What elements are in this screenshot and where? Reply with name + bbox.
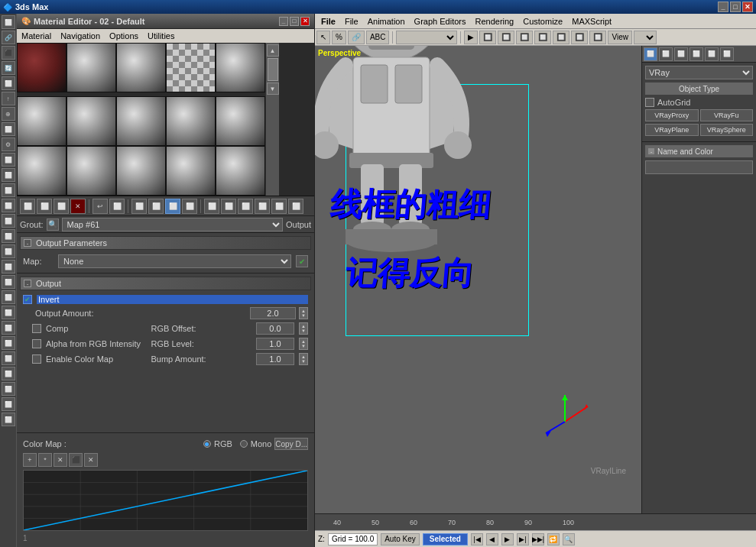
vrayproxy-btn[interactable]: VRayProxy (645, 109, 699, 121)
app-tool-nav6[interactable]: 🔲 (571, 31, 588, 44)
toolbar-btn-18[interactable]: ⬜ (2, 275, 15, 289)
mono-radio[interactable] (240, 440, 248, 448)
mat-tool-put-material[interactable]: ⬜ (37, 199, 52, 214)
toolbar-btn-11[interactable]: ⬜ (2, 168, 15, 182)
toolbar-btn-24[interactable]: ⬜ (2, 367, 15, 380)
copy-button[interactable]: Copy D... (274, 438, 308, 450)
colormap-checkbox[interactable] (32, 354, 41, 364)
preview-sphere-3[interactable] (116, 43, 166, 92)
app-menu-help[interactable]: MAXScript (567, 16, 616, 27)
preview-sphere-13[interactable] (116, 146, 166, 196)
comp-checkbox[interactable] (32, 324, 41, 333)
close-button[interactable]: ✕ (742, 2, 753, 12)
mat-menu-utilities[interactable]: Utilities (143, 31, 179, 41)
mat-tool-active[interactable]: ⬜ (165, 199, 180, 214)
mat-menu-material[interactable]: Material (17, 31, 56, 41)
mat-tool-cylinder[interactable]: ⬜ (148, 199, 164, 214)
mat-tool-redo[interactable]: ⬜ (109, 199, 125, 214)
toolbar-btn-20[interactable]: ⬜ (2, 306, 15, 319)
rgb-level-spinner[interactable]: ▲▼ (299, 338, 308, 350)
preview-scroll-down[interactable]: ▼ (267, 83, 279, 95)
mat-tool-assign[interactable]: ⬜ (54, 199, 69, 214)
nav-step-fwd-btn[interactable]: ▶| (517, 533, 529, 545)
mat-tool-navup[interactable]: ⬜ (271, 199, 287, 214)
app-tool-nav2[interactable]: 🔲 (498, 31, 514, 44)
preview-sphere-10[interactable] (216, 96, 265, 146)
app-menu-file[interactable]: File (316, 16, 340, 27)
toolbar-btn-14[interactable]: ⬜ (2, 214, 15, 228)
alpha-checkbox[interactable] (32, 339, 41, 348)
preview-sphere-2[interactable] (67, 43, 116, 92)
app-tool-abc[interactable]: ABC (366, 31, 390, 44)
cm-btn-x[interactable]: ✕ (84, 453, 98, 467)
rgb-offset-value[interactable]: 0.0 (256, 322, 294, 335)
nav-search-btn[interactable]: 🔍 (563, 533, 575, 545)
vray-dropdown[interactable]: VRay (645, 66, 753, 79)
object-name-input[interactable] (645, 160, 753, 174)
rgb-radio[interactable] (203, 440, 211, 448)
output-amount-spinner[interactable]: ▲▼ (299, 307, 308, 319)
toolbar-btn-17[interactable]: ⬜ (2, 260, 15, 274)
name-color-collapse[interactable]: - (648, 148, 654, 154)
preview-sphere-12[interactable] (67, 146, 116, 196)
mat-tool-delete[interactable]: ✕ (70, 199, 86, 214)
preview-sphere-6[interactable] (17, 96, 67, 146)
nav-step-back-btn[interactable]: ◀ (486, 533, 498, 545)
app-tool-nav3[interactable]: 🔲 (516, 31, 533, 44)
preview-sphere-5[interactable] (216, 43, 265, 92)
cm-btn-delete[interactable]: ✕ (54, 453, 67, 467)
preview-sphere-1[interactable] (17, 43, 67, 92)
toolbar-btn-22[interactable]: ⬜ (2, 336, 15, 350)
mat-tool-navforward[interactable]: ⬜ (288, 199, 303, 214)
preview-scrollbar-thumb[interactable] (268, 58, 278, 81)
preview-sphere-9[interactable] (166, 96, 216, 146)
grout-icon[interactable]: 🔍 (47, 218, 59, 231)
toolbar-btn-9[interactable]: ⚙ (2, 138, 15, 151)
toolbar-btn-15[interactable]: ⬜ (2, 229, 15, 243)
toolbar-btn-26[interactable]: ⬜ (2, 397, 15, 411)
app-tool-link[interactable]: 🔗 (348, 31, 365, 44)
mat-tool-options[interactable]: ⬜ (238, 199, 253, 214)
toolbar-btn-27[interactable]: ⬜ (2, 413, 15, 426)
scene-area[interactable]: Perspective (315, 46, 641, 513)
app-menu-animation[interactable]: File (340, 16, 363, 27)
toolbar-btn-19[interactable]: ⬜ (2, 290, 15, 304)
toolbar-btn-23[interactable]: ⬜ (2, 351, 15, 365)
toolbar-btn-10[interactable]: ⬜ (2, 153, 15, 167)
view-select[interactable] (634, 31, 657, 44)
cm-btn-asterisk[interactable]: * (38, 453, 52, 467)
output-collapse-btn[interactable]: - (24, 280, 31, 287)
toolbar-btn-4[interactable]: 🔄 (2, 61, 15, 75)
output-amount-value[interactable]: 2.0 (250, 307, 296, 319)
nav-prev-btn[interactable]: |◀ (471, 533, 483, 545)
preview-sphere-4[interactable] (166, 43, 216, 92)
mat-tool-bg[interactable]: ⬜ (204, 199, 219, 214)
app-tool-nav4[interactable]: 🔲 (534, 31, 551, 44)
bump-amount-spinner[interactable]: ▲▼ (299, 353, 308, 365)
rp-btn-hierarchy[interactable]: ⬜ (674, 47, 688, 61)
invert-checkbox[interactable]: ✔ (23, 295, 32, 304)
toolbar-btn-16[interactable]: ⬜ (2, 244, 15, 258)
minimize-button[interactable]: _ (718, 2, 728, 12)
rp-btn-modify[interactable]: ⬜ (659, 47, 673, 61)
auto-key-btn[interactable]: Auto Key (381, 533, 420, 545)
preview-sphere-15[interactable] (216, 146, 265, 196)
mat-tool-sphere[interactable]: ⬜ (131, 199, 147, 214)
app-tool-percent[interactable]: % (332, 31, 346, 44)
rp-btn-utilities[interactable]: ⬜ (720, 47, 734, 61)
map-collapse-btn[interactable]: - (24, 239, 31, 247)
maximize-button[interactable]: □ (730, 2, 741, 12)
toolbar-btn-12[interactable]: ⬜ (2, 183, 15, 197)
app-menu-rendering[interactable]: Graph Editors (410, 16, 471, 27)
mat-tool-backlight[interactable]: ⬜ (221, 199, 236, 214)
bump-amount-value[interactable]: 1.0 (256, 353, 294, 365)
toolbar-btn-21[interactable]: ⬜ (2, 321, 15, 335)
toolbar-btn-8[interactable]: ⬜ (2, 122, 15, 136)
app-tool-play[interactable]: ▶ (464, 31, 478, 44)
app-tool-nav[interactable]: 🔲 (479, 31, 496, 44)
autogrid-checkbox[interactable] (645, 98, 654, 107)
rgb-offset-spinner[interactable]: ▲▼ (299, 322, 308, 335)
app-tool-nav7[interactable]: 🔲 (589, 31, 606, 44)
mat-close-btn[interactable]: ✕ (300, 17, 310, 26)
preview-sphere-11[interactable] (17, 146, 67, 196)
